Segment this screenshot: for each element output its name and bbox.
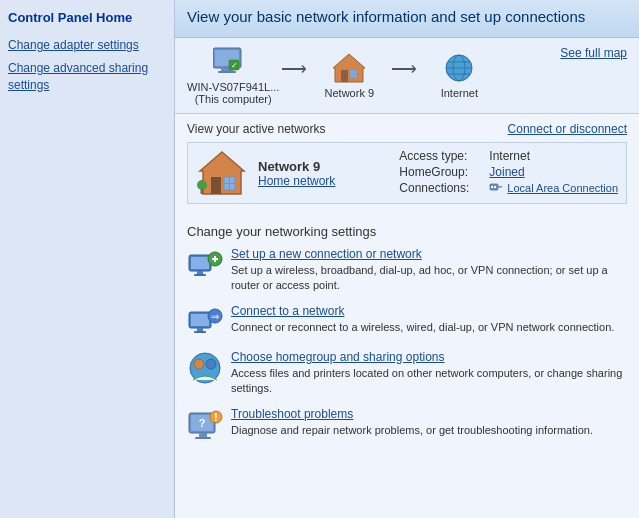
network-adapter-icon: [489, 181, 503, 195]
svg-point-41: [194, 359, 204, 369]
sidebar: Control Panel Home Change adapter settin…: [0, 0, 175, 518]
settings-item-homegroup-content: Choose homegroup and sharing options Acc…: [231, 350, 627, 397]
homegroup-desc: Access files and printers located on oth…: [231, 366, 627, 397]
settings-item-new-connection-content: Set up a new connection or network Set u…: [231, 247, 627, 294]
change-settings-section: Change your networking settings Set up a…: [175, 216, 639, 461]
connections-value[interactable]: Local Area Connection: [507, 182, 618, 194]
svg-rect-26: [498, 186, 502, 188]
computer-name: WIN-VS07F941L...: [187, 81, 279, 93]
network-name: Network 9: [325, 87, 375, 99]
internet-globe-icon: [439, 52, 479, 84]
settings-item-new-connection[interactable]: Set up a new connection or network Set u…: [187, 247, 627, 294]
homegroup-row: HomeGroup: Joined: [399, 165, 618, 179]
svg-rect-46: [195, 437, 211, 439]
active-networks-header: View your active networks Connect or dis…: [187, 122, 627, 136]
network-diagram: See full map ✓ WIN-VS07F941L... (This co…: [175, 38, 639, 114]
settings-item-connect-content: Connect to a network Connect or reconnec…: [231, 304, 627, 335]
homegroup-icon: [187, 350, 223, 386]
network-house-icon: [329, 52, 369, 84]
svg-marker-16: [200, 152, 244, 194]
network-details: Access type: Internet HomeGroup: Joined …: [399, 149, 618, 197]
connect-disconnect-link[interactable]: Connect or disconnect: [508, 122, 627, 136]
connections-label: Connections:: [399, 181, 489, 195]
settings-item-connect-network[interactable]: ⇒ Connect to a network Connect or reconn…: [187, 304, 627, 340]
network-card: Network 9 Home network Access type: Inte…: [187, 142, 627, 204]
new-connection-title[interactable]: Set up a new connection or network: [231, 247, 627, 261]
page-title: View your basic network information and …: [187, 8, 627, 25]
active-networks-section: View your active networks Connect or dis…: [175, 114, 639, 216]
svg-rect-7: [341, 70, 348, 82]
connect-network-desc: Connect or reconnect to a wireless, wire…: [231, 320, 627, 335]
svg-rect-35: [191, 314, 209, 326]
homegroup-label: HomeGroup:: [399, 165, 489, 179]
connections-row: Connections: Local Area Connection: [399, 181, 618, 195]
new-connection-icon: [187, 247, 223, 283]
svg-rect-25: [494, 186, 496, 188]
computer-node: ✓ WIN-VS07F941L... (This computer): [187, 46, 279, 105]
svg-marker-6: [333, 54, 365, 82]
connect-network-icon: ⇒: [187, 304, 223, 340]
svg-point-42: [206, 359, 216, 369]
homegroup-title[interactable]: Choose homegroup and sharing options: [231, 350, 627, 364]
svg-rect-45: [199, 433, 207, 437]
see-full-map-link[interactable]: See full map: [560, 46, 627, 60]
access-type-row: Access type: Internet: [399, 149, 618, 163]
arrow-2: ⟶: [391, 58, 417, 94]
main-header: View your basic network information and …: [175, 0, 639, 38]
network-node: Network 9: [309, 52, 389, 99]
main-content: View your basic network information and …: [175, 0, 639, 518]
svg-rect-3: [218, 71, 236, 73]
svg-rect-36: [197, 328, 203, 331]
troubleshoot-icon: ? !: [187, 407, 223, 443]
network-name-area: Network 9 Home network: [258, 159, 389, 188]
internet-node: Internet: [419, 52, 499, 99]
access-type-value: Internet: [489, 149, 530, 163]
settings-item-troubleshoot-content: Troubleshoot problems Diagnose and repai…: [231, 407, 627, 438]
card-network-name: Network 9: [258, 159, 389, 174]
sidebar-title: Control Panel Home: [8, 10, 166, 25]
network-type-link[interactable]: Home network: [258, 174, 335, 188]
svg-rect-30: [194, 274, 206, 276]
svg-rect-37: [194, 331, 206, 333]
active-networks-label: View your active networks: [187, 122, 326, 136]
computer-icon: ✓: [213, 46, 253, 78]
change-settings-title: Change your networking settings: [187, 224, 627, 239]
connect-network-title[interactable]: Connect to a network: [231, 304, 627, 318]
arrow-1: ⟶: [281, 58, 307, 94]
settings-item-homegroup[interactable]: Choose homegroup and sharing options Acc…: [187, 350, 627, 397]
svg-rect-24: [491, 186, 493, 188]
network-card-house-icon: [196, 149, 248, 197]
svg-text:⇒: ⇒: [211, 311, 219, 322]
sidebar-link-advanced-sharing[interactable]: Change advanced sharing settings: [8, 60, 166, 94]
svg-rect-22: [201, 189, 204, 194]
troubleshoot-title[interactable]: Troubleshoot problems: [231, 407, 627, 421]
svg-rect-17: [211, 177, 221, 194]
svg-text:?: ?: [199, 417, 206, 429]
troubleshoot-desc: Diagnose and repair network problems, or…: [231, 423, 627, 438]
internet-name: Internet: [441, 87, 478, 99]
sidebar-link-adapter[interactable]: Change adapter settings: [8, 37, 166, 54]
svg-text:!: !: [214, 412, 217, 423]
new-connection-desc: Set up a wireless, broadband, dial-up, a…: [231, 263, 627, 294]
access-type-label: Access type:: [399, 149, 489, 163]
computer-subtitle: (This computer): [195, 93, 272, 105]
local-area-connection-area: Local Area Connection: [489, 181, 618, 195]
svg-rect-28: [191, 257, 209, 269]
svg-rect-29: [197, 271, 203, 274]
settings-item-troubleshoot[interactable]: ? ! Troubleshoot problems Diagnose and r…: [187, 407, 627, 443]
svg-text:✓: ✓: [231, 61, 238, 70]
homegroup-value[interactable]: Joined: [489, 165, 524, 179]
svg-point-21: [197, 180, 207, 190]
